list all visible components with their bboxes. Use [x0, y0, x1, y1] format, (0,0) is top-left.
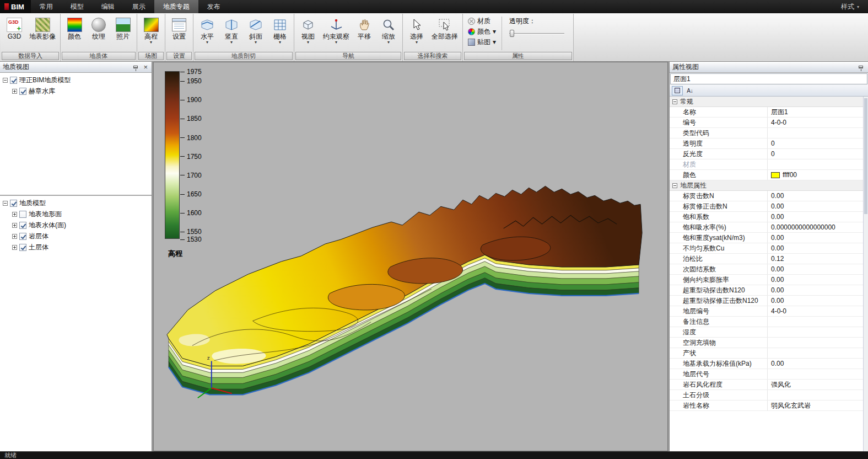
object-selector[interactable]: 层面1: [670, 73, 867, 84]
property-value[interactable]: 0.00: [768, 360, 863, 367]
tree-item[interactable]: 地表地形面: [0, 209, 152, 220]
property-row[interactable]: 地层编号4-0-0: [670, 306, 863, 317]
property-row[interactable]: 超重型动探修正击数N1200.00: [670, 296, 863, 306]
property-row[interactable]: 类型代码: [670, 128, 863, 138]
property-value[interactable]: 0.00: [768, 244, 863, 252]
property-value[interactable]: 0.00: [768, 202, 863, 210]
property-row[interactable]: 地基承载力标准值(kPa)0.00: [670, 359, 863, 369]
property-row[interactable]: 编号4-0-0: [670, 118, 863, 128]
tree-item[interactable]: 地表水体(面): [0, 220, 152, 231]
g3d-button[interactable]: G3D+ G3D: [3, 15, 26, 41]
property-value[interactable]: 0: [768, 140, 863, 147]
property-row[interactable]: 标贯击数N0.00: [670, 191, 863, 201]
property-row[interactable]: 侧向约束膨胀率0.00: [670, 275, 863, 285]
transparency-slider[interactable]: [509, 29, 567, 38]
property-value[interactable]: 0.00: [768, 213, 863, 221]
property-value[interactable]: 0.0000000000000000: [768, 223, 863, 231]
tree-item[interactable]: 地质模型: [0, 198, 152, 209]
menu-item-1[interactable]: 常用: [31, 0, 62, 13]
property-value[interactable]: 0.12: [768, 255, 863, 263]
property-value[interactable]: 0.00: [768, 265, 863, 273]
property-row[interactable]: 次固结系数0.00: [670, 264, 863, 275]
property-value[interactable]: 层面1: [768, 108, 863, 117]
property-value[interactable]: 0.00: [768, 192, 863, 200]
select-all-button[interactable]: 全部选择: [429, 15, 460, 41]
collapse-icon[interactable]: [672, 99, 677, 104]
property-value[interactable]: ffff00: [768, 171, 863, 179]
property-row[interactable]: 饱和系数0.00: [670, 212, 863, 222]
visibility-checkbox[interactable]: [10, 200, 17, 207]
property-row[interactable]: 岩性名称弱风化玄武岩: [670, 401, 863, 411]
texture-button[interactable]: 纹理: [87, 15, 110, 41]
menu-item-3[interactable]: 编辑: [93, 0, 123, 13]
pin-icon[interactable]: [859, 66, 863, 68]
property-row[interactable]: 饱和吸水率(%)0.0000000000000000: [670, 222, 863, 233]
collapse-icon[interactable]: [3, 78, 8, 83]
pan-button[interactable]: 平移: [353, 15, 376, 41]
select-button[interactable]: 选择 ▾: [405, 15, 428, 46]
expand-icon[interactable]: [12, 212, 17, 217]
property-row[interactable]: 反光度0: [670, 149, 863, 159]
tree-item[interactable]: 赫章水库: [0, 86, 152, 97]
property-scrollbar[interactable]: [863, 97, 868, 451]
expand-icon[interactable]: [12, 234, 17, 239]
settings-button[interactable]: 设置: [168, 15, 191, 41]
slider-thumb[interactable]: [510, 30, 514, 37]
property-row[interactable]: 透明度0: [670, 138, 863, 149]
menu-item-2[interactable]: 模型: [62, 0, 93, 13]
property-value[interactable]: 强风化: [768, 380, 863, 389]
property-value[interactable]: 4-0-0: [768, 119, 863, 126]
visibility-checkbox[interactable]: [19, 222, 26, 229]
property-value[interactable]: 0.00: [768, 276, 863, 284]
color-button[interactable]: 颜色: [63, 15, 86, 41]
sort-alpha-button[interactable]: A↓: [684, 86, 696, 95]
property-row[interactable]: 材质: [670, 159, 863, 170]
expand-icon[interactable]: [12, 223, 17, 228]
tree-item[interactable]: 土层体: [0, 242, 152, 253]
zoom-button[interactable]: 缩放 ▾: [377, 15, 400, 46]
property-row[interactable]: 土石分级: [670, 390, 863, 401]
property-value[interactable]: 弱风化玄武岩: [768, 401, 863, 410]
close-icon[interactable]: ×: [142, 64, 149, 71]
visibility-checkbox[interactable]: [19, 88, 26, 95]
vertical-cut-button[interactable]: 竖直 ▾: [220, 15, 243, 46]
property-value[interactable]: 0.00: [768, 286, 863, 294]
visibility-checkbox[interactable]: [10, 77, 17, 84]
horizontal-cut-button[interactable]: 水平 ▾: [196, 15, 219, 46]
property-row[interactable]: 饱和重度ysat(kN/m3)0.00: [670, 233, 863, 243]
property-row[interactable]: 名称层面1: [670, 107, 863, 118]
pin-icon[interactable]: [133, 66, 138, 68]
property-row[interactable]: 标贯修正击数N0.00: [670, 201, 863, 212]
menu-item-4[interactable]: 展示: [123, 0, 154, 13]
map-small-button[interactable]: 贴图 ▾: [465, 37, 499, 47]
material-button[interactable]: 材质: [465, 16, 499, 26]
menu-item-5[interactable]: 地质专题: [154, 0, 198, 13]
property-row[interactable]: 颜色ffff00: [670, 170, 863, 180]
property-value[interactable]: 4-0-0: [768, 307, 863, 315]
property-row[interactable]: 岩石风化程度强风化: [670, 380, 863, 390]
surface-image-button[interactable]: 地表影像: [27, 15, 58, 41]
property-section[interactable]: 地层属性: [670, 180, 863, 191]
style-menu[interactable]: 样式 ▾: [841, 0, 868, 13]
property-row[interactable]: 备注信息: [670, 317, 863, 327]
expand-icon[interactable]: [12, 245, 17, 250]
property-section[interactable]: 常规: [670, 97, 863, 107]
property-row[interactable]: 泊松比0.12: [670, 254, 863, 264]
tree-item[interactable]: 岩层体: [0, 231, 152, 242]
constrained-observe-button[interactable]: 约束观察 ▾: [321, 15, 352, 46]
property-row[interactable]: 地层代号: [670, 369, 863, 380]
categorized-button[interactable]: [672, 86, 683, 95]
property-row[interactable]: 湿度: [670, 327, 863, 338]
visibility-checkbox[interactable]: [19, 244, 26, 251]
property-value[interactable]: 0.00: [768, 297, 863, 305]
oblique-cut-button[interactable]: 斜面 ▾: [244, 15, 267, 46]
grid-cut-button[interactable]: 栅格 ▾: [268, 15, 292, 46]
property-value[interactable]: 0: [768, 150, 863, 158]
view-button[interactable]: 视图 ▾: [296, 15, 320, 46]
visibility-checkbox[interactable]: [19, 233, 26, 240]
property-row[interactable]: 产状: [670, 348, 863, 359]
collapse-icon[interactable]: [3, 201, 8, 206]
photo-button[interactable]: 照片: [111, 15, 134, 41]
viewport-3d[interactable]: z 19751950190018501800175017001650160015…: [153, 62, 668, 451]
color-small-button[interactable]: 颜色 ▾: [465, 26, 499, 36]
